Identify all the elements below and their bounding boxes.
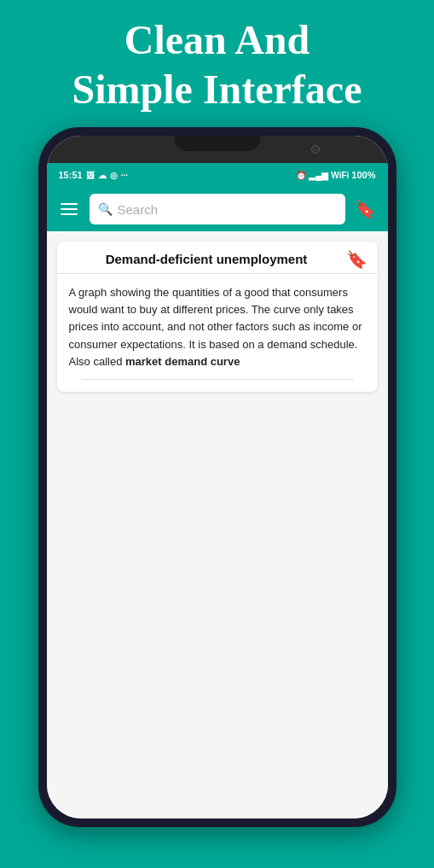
phone-frame: 15:51 🖼 ☁ ◎ ··· ⏰ ▂▄▆ WiFi 100% 🔍 xyxy=(38,127,396,827)
content-area: Demand-deficient unemployment 🔖 A graph … xyxy=(47,231,388,818)
card-bottom-separator xyxy=(81,379,354,380)
card-body: A graph showing the quantities of a good… xyxy=(57,274,378,392)
menu-button[interactable] xyxy=(55,195,83,223)
header-title-line1: Clean And xyxy=(124,17,310,62)
search-icon: 🔍 xyxy=(98,202,113,217)
header-title: Clean And Simple Interface xyxy=(72,15,362,114)
status-wifi-icon: WiFi xyxy=(331,171,349,180)
status-signal-icon: ▂▄▆ xyxy=(309,171,328,180)
status-location-icon: ◎ xyxy=(110,171,118,180)
app-header: Clean And Simple Interface xyxy=(55,0,379,127)
status-time: 15:51 xyxy=(59,170,83,180)
definition-bold: market demand curve xyxy=(125,355,240,368)
status-battery: 100% xyxy=(351,170,375,180)
phone-screen: 15:51 🖼 ☁ ◎ ··· ⏰ ▂▄▆ WiFi 100% 🔍 xyxy=(47,136,388,818)
status-alarm-icon: ⏰ xyxy=(296,171,306,180)
card-bookmark-icon[interactable]: 🔖 xyxy=(346,249,367,270)
status-bar-left: 15:51 🖼 ☁ ◎ ··· xyxy=(59,170,128,180)
app-toolbar: 🔍 Search 🔖 xyxy=(47,187,388,231)
header-title-line2: Simple Interface xyxy=(72,67,362,112)
term-title: Demand-deficient unemployment xyxy=(67,248,346,270)
search-bar[interactable]: 🔍 Search xyxy=(90,194,345,224)
status-cloud-icon: ☁ xyxy=(98,171,107,180)
term-card: Demand-deficient unemployment 🔖 A graph … xyxy=(57,242,378,392)
status-more-icon: ··· xyxy=(121,171,128,180)
bookmarks-button[interactable]: 🔖 xyxy=(352,195,379,223)
term-definition: A graph showing the quantities of a good… xyxy=(69,284,366,370)
status-image-icon: 🖼 xyxy=(86,171,95,180)
front-camera xyxy=(311,145,320,154)
phone-notch-area xyxy=(47,136,388,163)
status-bar-right: ⏰ ▂▄▆ WiFi 100% xyxy=(296,170,375,180)
status-bar: 15:51 🖼 ☁ ◎ ··· ⏰ ▂▄▆ WiFi 100% xyxy=(47,163,388,187)
bookmark-icon: 🔖 xyxy=(355,199,376,219)
card-header: Demand-deficient unemployment 🔖 xyxy=(57,242,378,274)
phone-notch xyxy=(175,136,260,151)
search-input[interactable]: Search xyxy=(118,202,337,217)
